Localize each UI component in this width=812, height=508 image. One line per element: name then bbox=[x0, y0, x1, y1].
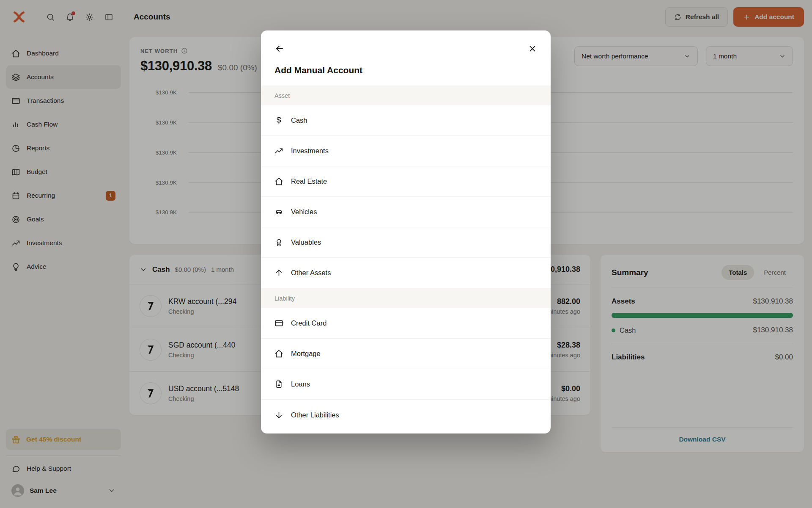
account-type-real-estate[interactable]: Real Estate bbox=[261, 166, 551, 197]
account-type-label: Investments bbox=[291, 147, 329, 155]
arrow-down-icon bbox=[274, 411, 283, 420]
arrow-up-icon bbox=[274, 268, 283, 277]
close-icon[interactable] bbox=[527, 43, 538, 54]
home-icon bbox=[274, 349, 283, 358]
account-type-label: Mortgage bbox=[291, 350, 321, 358]
account-type-mortgage[interactable]: Mortgage bbox=[261, 339, 551, 369]
account-type-valuables[interactable]: Valuables bbox=[261, 227, 551, 258]
account-type-label: Loans bbox=[291, 380, 310, 388]
back-arrow-icon[interactable] bbox=[274, 43, 285, 54]
account-type-label: Credit Card bbox=[291, 319, 326, 327]
section-label-asset: Asset bbox=[261, 86, 551, 105]
account-type-label: Cash bbox=[291, 116, 307, 124]
account-type-label: Other Assets bbox=[291, 269, 331, 277]
award-icon bbox=[274, 238, 283, 247]
car-icon bbox=[274, 207, 283, 216]
account-type-label: Real Estate bbox=[291, 177, 327, 185]
modal-title: Add Manual Account bbox=[274, 65, 537, 75]
trending-up-icon bbox=[274, 146, 283, 155]
credit-card-icon bbox=[274, 319, 283, 328]
account-type-investments[interactable]: Investments bbox=[261, 136, 551, 166]
account-type-credit-card[interactable]: Credit Card bbox=[261, 308, 551, 339]
dollar-icon bbox=[274, 116, 283, 125]
account-type-label: Other Liabilities bbox=[291, 411, 339, 419]
account-type-other-assets[interactable]: Other Assets bbox=[261, 258, 551, 288]
account-type-loans[interactable]: Loans bbox=[261, 369, 551, 400]
account-type-other-liabilities[interactable]: Other Liabilities bbox=[261, 400, 551, 430]
account-type-vehicles[interactable]: Vehicles bbox=[261, 197, 551, 227]
account-type-label: Vehicles bbox=[291, 208, 317, 216]
add-manual-account-modal: Add Manual Account AssetCashInvestmentsR… bbox=[261, 30, 551, 433]
section-label-liability: Liability bbox=[261, 288, 551, 308]
account-type-list: AssetCashInvestmentsReal EstateVehiclesV… bbox=[261, 86, 551, 430]
home-icon bbox=[274, 177, 283, 186]
file-text-icon bbox=[274, 380, 283, 389]
account-type-cash[interactable]: Cash bbox=[261, 105, 551, 136]
account-type-label: Valuables bbox=[291, 238, 321, 246]
app-root: DashboardAccountsTransactionsCash FlowRe… bbox=[0, 0, 812, 508]
